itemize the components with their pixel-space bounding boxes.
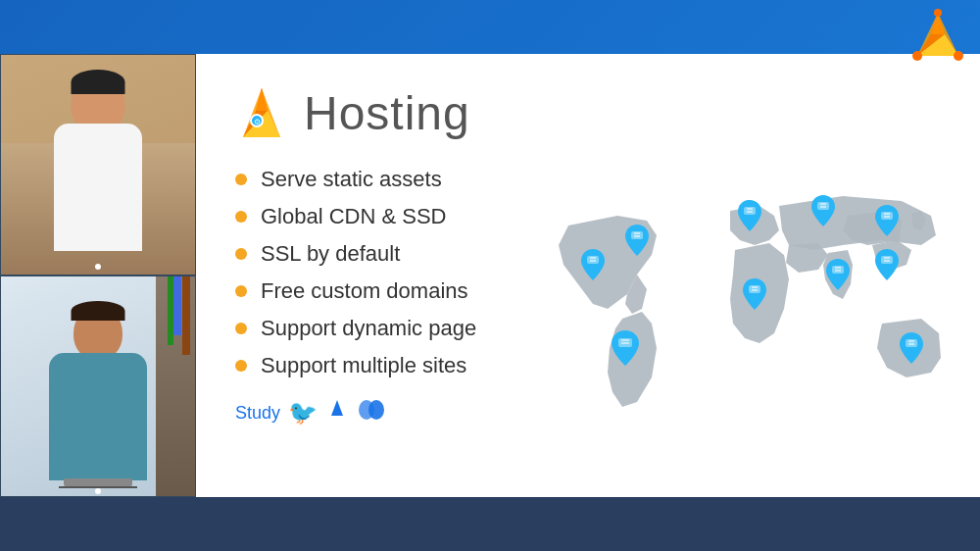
svg-point-5: [912, 51, 922, 61]
slide-content: Serve static assets Global CDN & SSD SSL…: [235, 167, 941, 463]
person-bottom-body: [49, 353, 147, 480]
svg-rect-37: [906, 339, 917, 347]
list-item: Support dynamic page: [235, 316, 539, 341]
world-map-svg: [539, 167, 951, 441]
svg-point-15: [368, 400, 384, 420]
list-item: Free custom domains: [235, 278, 539, 304]
bullet-dot: [235, 323, 247, 334]
slide-title: ⚙ Hosting: [235, 83, 941, 142]
svg-rect-40: [832, 266, 844, 274]
svg-rect-19: [587, 256, 599, 264]
person-top-body: [54, 124, 142, 251]
study-icon-3: [357, 398, 386, 427]
study-icon-2: [325, 398, 349, 427]
svg-text:⚙: ⚙: [254, 118, 261, 126]
bullet-text: Serve static assets: [261, 167, 442, 192]
svg-rect-28: [817, 202, 829, 210]
webcam-bottom: [0, 276, 196, 497]
slide: ⚙ Hosting Serve static assets Global CDN…: [196, 54, 980, 497]
top-bar-accent: [0, 0, 980, 54]
list-item: Serve static assets: [235, 167, 539, 192]
bullet-list: Serve static assets Global CDN & SSD SSL…: [235, 167, 539, 378]
bullet-dot: [235, 285, 247, 297]
top-bar: [0, 0, 980, 54]
bullet-dot: [235, 211, 247, 223]
bullet-text: Support multiple sites: [261, 353, 466, 378]
webcam-container: [0, 54, 196, 497]
bullet-text: Global CDN & SSD: [261, 204, 447, 229]
bullet-text: Free custom domains: [261, 278, 468, 304]
firebase-icon: ⚙: [235, 83, 289, 142]
bullet-text: SSL by default: [261, 241, 400, 267]
svg-point-4: [934, 9, 942, 17]
webcam-top: [0, 54, 196, 276]
svg-rect-43: [631, 231, 643, 239]
svg-point-6: [954, 51, 963, 61]
svg-rect-25: [749, 285, 760, 293]
bullet-dot: [235, 248, 247, 260]
bullet-dot: [235, 174, 247, 185]
svg-rect-34: [881, 256, 893, 264]
svg-rect-22: [744, 207, 756, 215]
bottom-bar: [0, 497, 980, 551]
bullet-text: Support dynamic page: [261, 316, 476, 341]
study-row: Study 🐦: [235, 398, 539, 427]
list-item: Support multiple sites: [235, 353, 539, 378]
slide-right: [539, 167, 941, 463]
world-map: [539, 167, 941, 463]
svg-rect-31: [881, 212, 893, 220]
list-item: SSL by default: [235, 241, 539, 267]
firebase-logo-top: [911, 5, 965, 77]
list-item: Global CDN & SSD: [235, 204, 539, 229]
study-label[interactable]: Study: [235, 403, 280, 424]
slide-left: Serve static assets Global CDN & SSD SSL…: [235, 167, 539, 463]
bullet-dot: [235, 360, 247, 372]
study-icon-1: 🐦: [288, 399, 318, 426]
svg-marker-13: [331, 400, 343, 416]
slide-title-text: Hosting: [304, 86, 470, 140]
